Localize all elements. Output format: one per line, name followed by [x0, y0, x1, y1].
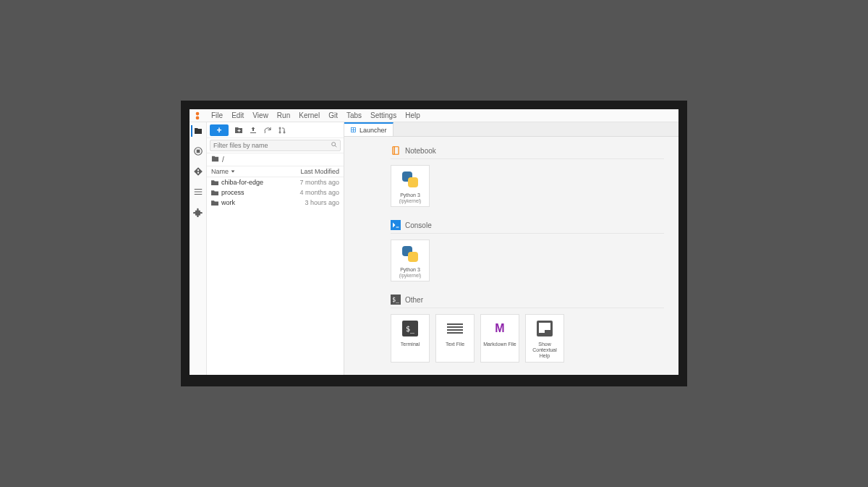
text-file-icon: [444, 318, 466, 339]
tab-bar: Launcher: [344, 122, 678, 137]
launcher-panel: Notebook Python 3 (ipykernel): [344, 137, 678, 375]
section-notebook: Notebook Python 3 (ipykernel): [391, 143, 664, 207]
folder-icon: [211, 155, 219, 164]
section-header: Console: [391, 217, 664, 234]
svg-point-5: [279, 132, 281, 133]
python-icon: [399, 169, 421, 190]
main-body: +: [190, 122, 678, 375]
svg-point-0: [196, 111, 200, 115]
card-python-notebook[interactable]: Python 3 (ipykernel): [391, 165, 430, 207]
header-modified[interactable]: Last Modified: [300, 168, 339, 175]
file-row[interactable]: process 4 months ago: [207, 187, 344, 198]
folder-icon: [211, 190, 218, 195]
search-icon: [331, 141, 338, 148]
tab-label: Launcher: [359, 127, 387, 134]
section-cards: Python 3 (ipykernel): [391, 240, 664, 281]
jupyterlab-window: File Edit View Run Kernel Git Tabs Setti…: [181, 101, 687, 386]
folder-icon[interactable]: [191, 125, 203, 137]
card-sub: (ipykernel): [399, 198, 421, 203]
card-text-file[interactable]: Text File: [435, 314, 475, 363]
refresh-icon[interactable]: [263, 126, 272, 135]
section-console: Console Python 3 (ipykernel): [391, 217, 664, 281]
card-contextual-help[interactable]: Show Contextual Help: [525, 314, 564, 363]
card-label: Text File: [446, 342, 464, 347]
toc-icon[interactable]: [192, 186, 204, 198]
card-terminal[interactable]: $_ Terminal: [391, 314, 430, 363]
git-icon[interactable]: [192, 166, 204, 177]
breadcrumb-root: /: [222, 156, 224, 164]
card-label: Show Contextual Help: [527, 342, 562, 359]
menu-run[interactable]: Run: [273, 111, 294, 119]
svg-point-4: [279, 127, 281, 129]
new-launcher-button[interactable]: +: [210, 124, 229, 136]
section-title: Console: [405, 221, 432, 229]
menu-file[interactable]: File: [207, 111, 227, 119]
file-list-header: Name Last Modified: [207, 166, 344, 177]
card-label: Python 3: [400, 192, 420, 198]
file-browser-panel: +: [207, 122, 344, 375]
folder-icon: [211, 200, 218, 206]
contextual-help-icon: [534, 318, 556, 339]
section-title: Notebook: [405, 147, 436, 155]
card-label: Python 3: [400, 267, 420, 273]
file-list: chiba-for-edge 7 months ago process 4 mo…: [207, 177, 344, 375]
card-markdown-file[interactable]: M Markdown File: [480, 314, 519, 363]
section-header: $_ Other: [391, 292, 664, 308]
menu-bar: File Edit View Run Kernel Git Tabs Setti…: [190, 109, 678, 122]
svg-point-1: [196, 116, 200, 119]
main-area: Launcher Notebook Python 3: [344, 122, 678, 375]
svg-point-6: [284, 132, 285, 133]
upload-icon[interactable]: [249, 126, 258, 135]
section-cards: Python 3 (ipykernel): [391, 165, 664, 207]
activity-bar: [190, 122, 207, 375]
markdown-icon: M: [489, 318, 511, 339]
menu-help[interactable]: Help: [401, 111, 425, 119]
sort-caret-icon: [230, 169, 236, 174]
header-name[interactable]: Name: [211, 168, 236, 175]
svg-rect-3: [197, 150, 200, 153]
terminal-icon: $_: [391, 295, 401, 305]
menu-tabs[interactable]: Tabs: [342, 111, 366, 119]
menu-edit[interactable]: Edit: [227, 111, 248, 119]
breadcrumb[interactable]: /: [207, 153, 344, 166]
section-title: Other: [405, 296, 423, 304]
card-python-console[interactable]: Python 3 (ipykernel): [391, 240, 430, 281]
python-icon: [399, 243, 421, 265]
svg-rect-9: [393, 147, 399, 155]
section-cards: $_ Terminal Text File M Markdown File: [391, 314, 664, 363]
file-filter-input[interactable]: [210, 140, 341, 151]
launcher-tab-icon: [350, 127, 357, 133]
console-icon: [391, 220, 401, 230]
notebook-icon: [391, 145, 401, 156]
card-sub: (ipykernel): [399, 273, 421, 278]
jupyter-logo-icon: [192, 111, 203, 121]
new-folder-icon[interactable]: [234, 126, 243, 135]
terminal-icon: $_: [399, 318, 421, 339]
folder-icon: [211, 179, 218, 185]
menu-settings[interactable]: Settings: [366, 111, 401, 119]
file-row[interactable]: work 3 hours ago: [207, 198, 344, 208]
file-toolbar: +: [207, 122, 344, 138]
menu-kernel[interactable]: Kernel: [294, 111, 324, 119]
section-header: Notebook: [391, 143, 664, 159]
menu-git[interactable]: Git: [324, 111, 342, 119]
card-label: Markdown File: [483, 342, 516, 347]
svg-point-7: [332, 143, 336, 146]
extensions-icon[interactable]: [192, 206, 204, 218]
git-pull-icon[interactable]: [278, 126, 286, 135]
file-filter-row: [207, 138, 344, 153]
tab-launcher[interactable]: Launcher: [344, 122, 393, 136]
card-label: Terminal: [401, 342, 420, 347]
file-row[interactable]: chiba-for-edge 7 months ago: [207, 177, 344, 187]
section-other: $_ Other $_ Terminal Text File: [391, 292, 664, 363]
running-icon[interactable]: [192, 145, 204, 157]
menu-view[interactable]: View: [248, 111, 273, 119]
